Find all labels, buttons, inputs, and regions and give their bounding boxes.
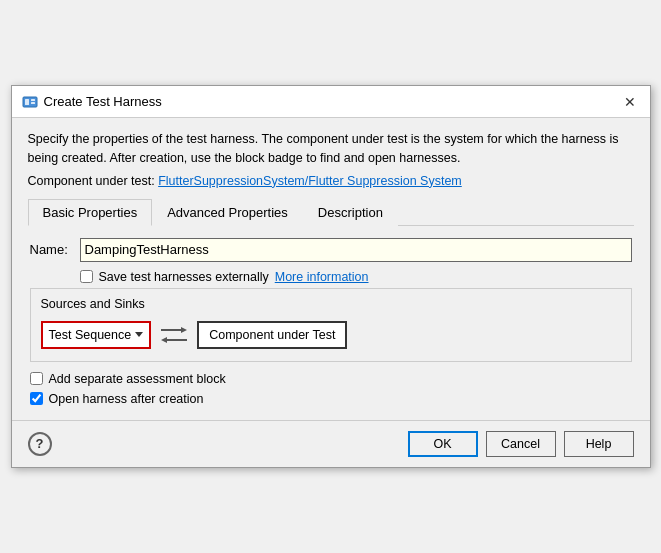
add-assessment-row: Add separate assessment block <box>30 372 632 386</box>
name-label: Name: <box>30 242 72 257</box>
svg-marker-7 <box>161 337 167 343</box>
open-harness-row: Open harness after creation <box>30 392 632 406</box>
component-label: Component under test: <box>28 174 155 188</box>
sources-sinks-label: Sources and Sinks <box>41 297 621 311</box>
name-row: Name: <box>30 238 632 262</box>
dialog-icon <box>22 94 38 110</box>
tab-basic-properties[interactable]: Basic Properties <box>28 199 153 226</box>
svg-rect-3 <box>31 102 35 104</box>
dropdown-label: Test Sequence <box>49 328 132 342</box>
svg-marker-5 <box>181 327 187 333</box>
tab-content: Name: Save test harnesses externally Mor… <box>28 238 634 406</box>
add-assessment-checkbox[interactable] <box>30 372 43 385</box>
cancel-button[interactable]: Cancel <box>486 431 556 457</box>
dialog-body: Specify the properties of the test harne… <box>12 118 650 420</box>
sources-sinks-row: Test Sequence <box>41 321 621 349</box>
help-icon-button[interactable]: ? <box>28 432 52 456</box>
save-externally-checkbox[interactable] <box>80 270 93 283</box>
component-link-row: Component under test: FlutterSuppression… <box>28 174 634 188</box>
sources-sinks-section: Sources and Sinks Test Sequence <box>30 288 632 362</box>
bottom-bar: ? OK Cancel Help <box>12 420 650 467</box>
svg-rect-1 <box>25 99 29 105</box>
name-input[interactable] <box>80 238 632 262</box>
svg-rect-2 <box>31 99 35 101</box>
tab-advanced-properties[interactable]: Advanced Properties <box>152 199 303 226</box>
save-externally-label: Save test harnesses externally <box>99 270 269 284</box>
save-externally-row: Save test harnesses externally More info… <box>80 270 632 284</box>
double-arrows-icon <box>159 324 189 346</box>
title-bar: Create Test Harness ✕ <box>12 86 650 118</box>
action-buttons: OK Cancel Help <box>408 431 634 457</box>
title-bar-left: Create Test Harness <box>22 94 162 110</box>
create-test-harness-dialog: Create Test Harness ✕ Specify the proper… <box>11 85 651 468</box>
dropdown-arrow-icon <box>135 332 143 337</box>
close-button[interactable]: ✕ <box>620 92 640 112</box>
open-harness-checkbox[interactable] <box>30 392 43 405</box>
test-sequence-dropdown[interactable]: Test Sequence <box>41 321 152 349</box>
add-assessment-label: Add separate assessment block <box>49 372 226 386</box>
help-button[interactable]: Help <box>564 431 634 457</box>
tabs-container: Basic Properties Advanced Properties Des… <box>28 198 634 226</box>
dialog-title: Create Test Harness <box>44 94 162 109</box>
open-harness-label: Open harness after creation <box>49 392 204 406</box>
ok-button[interactable]: OK <box>408 431 478 457</box>
more-info-link[interactable]: More information <box>275 270 369 284</box>
description-text: Specify the properties of the test harne… <box>28 130 634 168</box>
component-link[interactable]: FlutterSuppressionSystem/Flutter Suppres… <box>158 174 462 188</box>
component-btn-label: Component under Test <box>209 328 335 342</box>
tab-description[interactable]: Description <box>303 199 398 226</box>
component-under-test-button[interactable]: Component under Test <box>197 321 347 349</box>
